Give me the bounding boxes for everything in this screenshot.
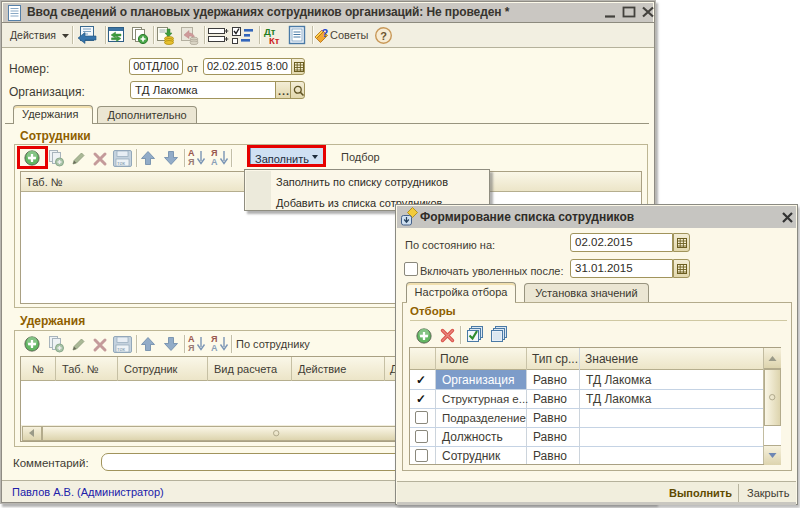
svg-text:?: ? (380, 30, 387, 42)
svg-text:?: ? (322, 27, 329, 39)
svg-text:ток: ток (117, 160, 126, 166)
svg-text:ток: ток (117, 346, 126, 352)
